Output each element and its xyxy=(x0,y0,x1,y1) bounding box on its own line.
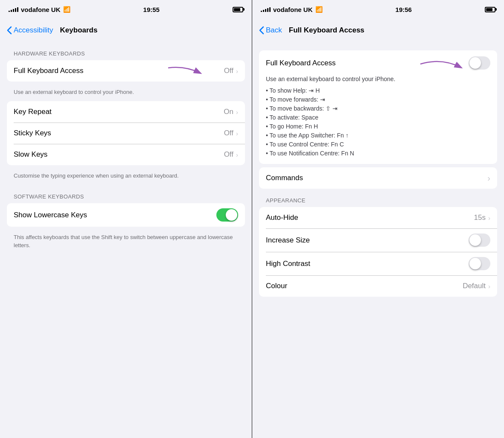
chevron-key-repeat: › xyxy=(236,108,238,116)
software-desc: This affects keyboards that use the Shif… xyxy=(7,230,245,254)
back-button-right[interactable]: Back xyxy=(259,26,282,35)
info-line-7: • To use Control Centre: Fn C xyxy=(266,140,490,149)
left-panel: vodafone UK 📶 19:55 Accessibility Keyboa… xyxy=(0,0,252,438)
show-lowercase-toggle[interactable] xyxy=(216,208,238,222)
chevron-commands: › xyxy=(487,173,490,183)
section-header-software: SOFTWARE KEYBOARDS xyxy=(7,193,245,200)
colour-row[interactable]: Colour Default › xyxy=(259,275,497,297)
nav-bar-right: Back Full Keyboard Access xyxy=(252,19,504,42)
auto-hide-row[interactable]: Auto-Hide 15s › xyxy=(259,207,497,228)
time-left: 19:55 xyxy=(143,6,160,13)
full-keyboard-toggle[interactable] xyxy=(469,56,490,70)
auto-hide-label: Auto-Hide xyxy=(266,213,298,222)
chevron-icon: › xyxy=(236,67,238,75)
chevron-colour: › xyxy=(488,283,490,290)
full-keyboard-access-row[interactable]: Full Keyboard Access Off › xyxy=(7,60,245,82)
high-contrast-row[interactable]: High Contrast xyxy=(259,252,497,275)
toggle-knob xyxy=(226,209,237,221)
full-keyboard-access-value: Off › xyxy=(224,67,238,75)
carrier-right: vodafone UK 📶 xyxy=(261,6,323,13)
battery-icon-right xyxy=(485,7,495,12)
colour-label: Colour xyxy=(266,282,287,290)
show-lowercase-label: Show Lowercase Keys xyxy=(14,211,87,219)
chevron-sticky-keys: › xyxy=(236,130,238,137)
wifi-icon-left: 📶 xyxy=(63,6,70,13)
sticky-keys-label: Sticky Keys xyxy=(14,129,51,137)
card-full-keyboard: Full Keyboard Access Off › xyxy=(7,60,245,82)
info-card-title: Full Keyboard Access xyxy=(266,59,335,67)
info-line-1: • To show Help: ⇥ H xyxy=(266,86,490,95)
increase-size-toggle[interactable] xyxy=(469,234,490,247)
keyboard-options-desc: Customise the typing experience when usi… xyxy=(7,169,245,185)
section-header-hardware: HARDWARE KEYBOARDS xyxy=(7,50,245,57)
commands-label: Commands xyxy=(266,174,303,182)
appearance-card: Auto-Hide 15s › Increase Size High Contr… xyxy=(259,207,497,297)
info-line-5: • To go Home: Fn H xyxy=(266,122,490,131)
nav-bar-left: Accessibility Keyboards xyxy=(0,19,252,42)
status-bar-right: vodafone UK 📶 19:56 xyxy=(252,0,504,19)
page-title-right: Full Keyboard Access xyxy=(289,26,364,35)
increase-size-row[interactable]: Increase Size xyxy=(259,228,497,252)
high-contrast-toggle[interactable] xyxy=(469,257,490,270)
toggle-knob-right xyxy=(469,57,481,69)
info-line-2: • To move forwards: ⇥ xyxy=(266,95,490,104)
card-keyboard-options: Key Repeat On › Sticky Keys Off › Slow K… xyxy=(7,101,245,165)
scroll-content-right: Full Keyboard Access Use an external key… xyxy=(252,42,504,438)
sticky-keys-row[interactable]: Sticky Keys Off › xyxy=(7,123,245,144)
status-icons-left xyxy=(233,7,243,12)
card-software-keyboards: Show Lowercase Keys xyxy=(7,203,245,227)
chevron-left-icon-right xyxy=(259,26,264,35)
info-lines: Use an external keyboard to control your… xyxy=(266,75,490,158)
key-repeat-label: Key Repeat xyxy=(14,108,52,116)
commands-row[interactable]: Commands › xyxy=(259,167,497,189)
info-line-4: • To activate: Space xyxy=(266,113,490,122)
signal-icon-right xyxy=(261,7,271,12)
signal-icon xyxy=(9,7,18,12)
carrier-name-right: vodafone UK xyxy=(273,6,313,13)
back-label-left: Accessibility xyxy=(14,26,53,35)
chevron-left-icon-left xyxy=(7,26,12,35)
page-title-left: Keyboards xyxy=(60,26,98,35)
commands-card: Commands › xyxy=(259,167,497,189)
wifi-icon-right: 📶 xyxy=(315,6,323,13)
high-contrast-label: High Contrast xyxy=(266,260,310,268)
chevron-auto-hide: › xyxy=(488,214,490,222)
full-keyboard-access-label: Full Keyboard Access xyxy=(14,67,83,75)
info-line-8: • To use Notification Centre: Fn N xyxy=(266,149,490,158)
time-right: 19:56 xyxy=(396,6,412,13)
back-button-left[interactable]: Accessibility xyxy=(7,26,53,35)
key-repeat-row[interactable]: Key Repeat On › xyxy=(7,101,245,123)
full-keyboard-access-card: Full Keyboard Access Use an external key… xyxy=(259,50,497,164)
chevron-slow-keys: › xyxy=(236,151,238,158)
info-line-0: Use an external keyboard to control your… xyxy=(266,75,490,84)
carrier-name-left: vodafone UK xyxy=(21,6,61,13)
carrier-left: vodafone UK 📶 xyxy=(9,6,70,13)
slow-keys-label: Slow Keys xyxy=(14,150,47,159)
scroll-content-left: HARDWARE KEYBOARDS Full Keyboard Access … xyxy=(0,42,252,438)
increase-size-label: Increase Size xyxy=(266,236,310,245)
section-header-appearance: APPEARANCE xyxy=(259,197,497,204)
info-line-3: • To move backwards: ⇧ ⇥ xyxy=(266,104,490,113)
status-bar-left: vodafone UK 📶 19:55 xyxy=(0,0,252,19)
status-icons-right xyxy=(485,7,495,12)
info-line-6: • To use the App Switcher: Fn ↑ xyxy=(266,131,490,140)
battery-icon-left xyxy=(233,7,243,12)
hardware-desc: Use an external keyboard to control your… xyxy=(7,85,245,101)
right-panel: vodafone UK 📶 19:56 Back Full Keyboard A… xyxy=(252,0,504,438)
slow-keys-row[interactable]: Slow Keys Off › xyxy=(7,144,245,165)
info-card-header: Full Keyboard Access xyxy=(266,56,490,70)
back-label-right: Back xyxy=(266,26,282,35)
show-lowercase-row[interactable]: Show Lowercase Keys xyxy=(7,203,245,227)
